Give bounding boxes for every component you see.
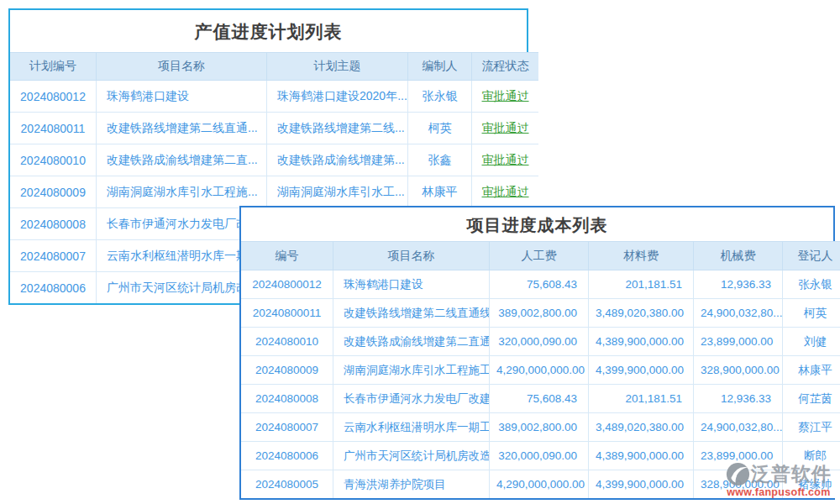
project-name-cell[interactable]: 改建铁路线增建第二线直通... — [97, 113, 267, 144]
labor-cost-cell: 4,290,000,000.00 — [490, 470, 589, 499]
registrant-cell: 张永银 — [783, 270, 840, 299]
compiler-cell: 张鑫 — [408, 144, 472, 176]
table-row[interactable]: 2024080010改建铁路成渝线增建第二直...改建铁路成渝线增建第...张鑫… — [10, 144, 538, 176]
labor-cost-cell: 320,000,090.00 — [490, 328, 589, 356]
table-row[interactable]: 2024080011改建铁路线增建第二线直通...改建铁路线增建第二线...柯英… — [10, 113, 538, 144]
material-cost-cell: 201,181.51 — [589, 270, 694, 299]
column-header-plan-id: 计划编号 — [10, 53, 97, 81]
plan-id-cell[interactable]: 2024080007 — [10, 240, 97, 272]
labor-cost-cell: 320,000,090.00 — [490, 442, 589, 470]
column-header-project-name: 项目名称 — [97, 53, 267, 81]
cost-id-cell[interactable]: 2024080005 — [241, 470, 333, 499]
cost-id-cell[interactable]: 2024080009 — [241, 356, 333, 385]
column-header-cost-id: 编号 — [241, 242, 333, 270]
status-cell[interactable]: 审批通过 — [472, 144, 539, 176]
status-cell[interactable]: 审批通过 — [472, 113, 539, 144]
project-name-cell[interactable]: 广州市天河区统计局机房改造... — [333, 442, 490, 470]
machine-cost-cell: 24,900,032,80... — [694, 413, 783, 442]
cost-id-cell[interactable]: 20240800011 — [241, 299, 333, 328]
column-header-plan-subject: 计划主题 — [267, 53, 408, 81]
column-header-compiler: 编制人 — [408, 53, 472, 81]
project-name-cell[interactable]: 长春市伊通河水力发电厂改建... — [333, 385, 490, 413]
plan-id-cell[interactable]: 2024080012 — [10, 81, 97, 113]
plan-subject-cell: 改建铁路成渝线增建第... — [267, 144, 408, 176]
column-header-machine-cost: 机械费 — [694, 242, 783, 270]
column-header-status: 流程状态 — [472, 53, 539, 81]
labor-cost-cell: 389,002,800.00 — [490, 413, 589, 442]
material-cost-cell: 3,489,020,380.00 — [589, 413, 694, 442]
material-cost-cell: 4,389,900,000.00 — [589, 328, 694, 356]
material-cost-cell: 3,489,020,380.00 — [589, 299, 694, 328]
compiler-cell: 张永银 — [408, 81, 472, 113]
machine-cost-cell: 24,900,032,80... — [694, 299, 783, 328]
cost-table: 编号项目名称人工费材料费机械费登记人 20240800012珠海鹤港口建设75,… — [241, 241, 840, 498]
project-name-cell[interactable]: 珠海鹤港口建设 — [333, 270, 490, 299]
cost-id-cell[interactable]: 2024080010 — [241, 328, 333, 356]
plan-id-cell[interactable]: 2024080009 — [10, 176, 97, 208]
plan-id-cell[interactable]: 2024080010 — [10, 144, 97, 176]
labor-cost-cell: 75,608.43 — [490, 270, 589, 299]
material-cost-cell: 201,181.51 — [589, 385, 694, 413]
plan-list-title: 产值进度计划列表 — [10, 10, 527, 52]
watermark-url-text: www.fanpusoft.com — [720, 486, 837, 498]
plan-subject-cell: 改建铁路线增建第二线... — [267, 113, 408, 144]
material-cost-cell: 4,389,900,000.00 — [589, 442, 694, 470]
column-header-project-name: 项目名称 — [333, 242, 490, 270]
plan-id-cell[interactable]: 2024080006 — [10, 272, 97, 304]
plan-header-row: 计划编号项目名称计划主题编制人流程状态 — [10, 53, 538, 81]
project-name-cell[interactable]: 珠海鹤港口建设 — [97, 81, 267, 113]
plan-id-cell[interactable]: 2024080008 — [10, 208, 97, 240]
project-name-cell[interactable]: 湖南洞庭湖水库引水工程施工... — [333, 356, 490, 385]
watermark: 泛普软件 www.fanpusoft.com — [720, 461, 837, 498]
project-name-cell[interactable]: 改建铁路成渝线增建第二直通... — [333, 328, 490, 356]
cost-list-window: 项目进度成本列表 编号项目名称人工费材料费机械费登记人 20240800012珠… — [239, 206, 835, 500]
material-cost-cell: 4,399,900,000.00 — [589, 356, 694, 385]
cost-list-title: 项目进度成本列表 — [241, 207, 833, 241]
project-name-cell[interactable]: 湖南洞庭湖水库引水工程施... — [97, 176, 267, 208]
project-name-cell[interactable]: 改建铁路线增建第二线直通线... — [333, 299, 490, 328]
material-cost-cell: 4,399,900,000.00 — [589, 470, 694, 499]
table-row[interactable]: 2024080010改建铁路成渝线增建第二直通...320,000,090.00… — [241, 328, 840, 356]
cost-id-cell[interactable]: 2024080007 — [241, 413, 333, 442]
cost-header-row: 编号项目名称人工费材料费机械费登记人 — [241, 242, 840, 270]
cost-id-cell[interactable]: 2024080008 — [241, 385, 333, 413]
registrant-cell: 柯英 — [783, 299, 840, 328]
project-name-cell[interactable]: 改建铁路成渝线增建第二直... — [97, 144, 267, 176]
table-row[interactable]: 2024080007云南水利枢纽潜明水库一期工...389,002,800.00… — [241, 413, 840, 442]
table-row[interactable]: 2024080009湖南洞庭湖水库引水工程施工...4,290,000,000.… — [241, 356, 840, 385]
compiler-cell: 林康平 — [408, 176, 472, 208]
registrant-cell: 蔡江平 — [783, 413, 840, 442]
registrant-cell: 刘健 — [783, 328, 840, 356]
status-cell[interactable]: 审批通过 — [472, 81, 539, 113]
plan-subject-cell: 珠海鹤港口建设2020年... — [267, 81, 408, 113]
compiler-cell: 柯英 — [408, 113, 472, 144]
table-row[interactable]: 2024080012珠海鹤港口建设珠海鹤港口建设2020年...张永银审批通过 — [10, 81, 538, 113]
labor-cost-cell: 4,290,000,000.00 — [490, 356, 589, 385]
cost-id-cell[interactable]: 20240800012 — [241, 270, 333, 299]
table-row[interactable]: 2024080009湖南洞庭湖水库引水工程施...湖南洞庭湖水库引水工...林康… — [10, 176, 538, 208]
labor-cost-cell: 389,002,800.00 — [490, 299, 589, 328]
cost-id-cell[interactable]: 2024080006 — [241, 442, 333, 470]
column-header-registrant: 登记人 — [783, 242, 840, 270]
machine-cost-cell: 12,936.33 — [694, 270, 783, 299]
fanpu-logo-icon — [726, 462, 750, 486]
labor-cost-cell: 75,608.43 — [490, 385, 589, 413]
column-header-material-cost: 材料费 — [589, 242, 694, 270]
registrant-cell: 林康平 — [783, 356, 840, 385]
registrant-cell: 何芷茵 — [783, 385, 840, 413]
table-row[interactable]: 20240800011改建铁路线增建第二线直通线...389,002,800.0… — [241, 299, 840, 328]
status-cell[interactable]: 审批通过 — [472, 176, 539, 208]
machine-cost-cell: 23,899,000.00 — [694, 328, 783, 356]
column-header-labor-cost: 人工费 — [490, 242, 589, 270]
table-row[interactable]: 20240800012珠海鹤港口建设75,608.43201,181.5112,… — [241, 270, 840, 299]
table-row[interactable]: 2024080008长春市伊通河水力发电厂改建...75,608.43201,1… — [241, 385, 840, 413]
watermark-brand-text: 泛普软件 — [751, 461, 832, 487]
machine-cost-cell: 328,900,000.00 — [694, 356, 783, 385]
plan-id-cell[interactable]: 2024080011 — [10, 113, 97, 144]
project-name-cell[interactable]: 云南水利枢纽潜明水库一期工... — [333, 413, 490, 442]
project-name-cell[interactable]: 青海洪湖养护院项目 — [333, 470, 490, 499]
machine-cost-cell: 12,936.33 — [694, 385, 783, 413]
plan-subject-cell: 湖南洞庭湖水库引水工... — [267, 176, 408, 208]
